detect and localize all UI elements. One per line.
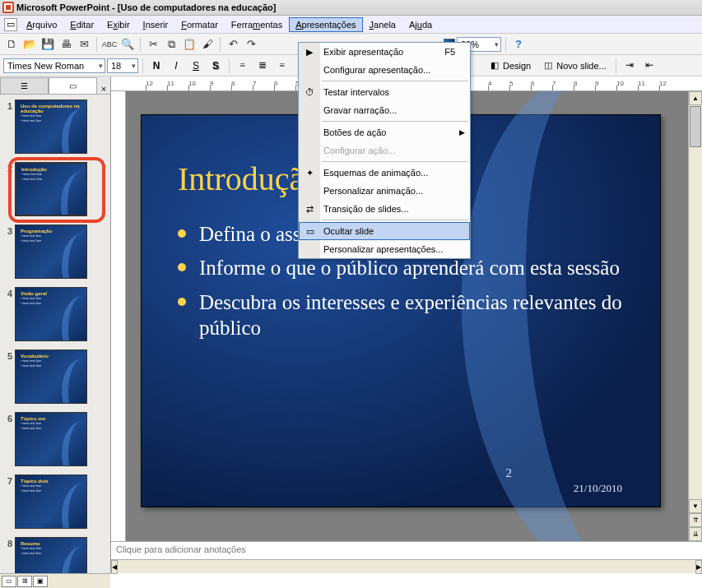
align-right-button[interactable]: ≡ (273, 58, 291, 74)
vertical-scrollbar[interactable]: ▲ ▼ ⇈ ⇊ (688, 91, 702, 541)
slide-bullet[interactable]: Descubra os interesses e experiências re… (178, 289, 624, 341)
thumbnail-row[interactable]: 8Resumo• item text line• item text line (3, 537, 107, 573)
thumbnail-row[interactable]: 1Uso de computadores na educação• item t… (3, 100, 107, 154)
ruler-tick (616, 86, 617, 90)
slides-tab[interactable]: ▭ (49, 77, 97, 94)
redo-icon[interactable]: ↷ (243, 36, 259, 53)
outline-tab[interactable]: ☰ (0, 77, 49, 94)
thumbnail[interactable]: Tópico um• item text line• item text lin… (15, 412, 87, 466)
scroll-track[interactable] (118, 560, 695, 573)
hide-icon: ▭ (304, 225, 317, 238)
thumbnail[interactable]: Resumo• item text line• item text line (15, 537, 87, 573)
ruler-tick (146, 86, 146, 90)
format-painter-icon[interactable]: 🖌 (199, 36, 216, 53)
menu-exibir[interactable]: Exibir (100, 17, 137, 32)
ruler-tick (595, 86, 596, 90)
menu-separator (322, 161, 468, 162)
thumb-number: 6 (3, 412, 15, 424)
underline-button[interactable]: S (187, 58, 205, 74)
slide-number: 2 (506, 466, 513, 480)
scroll-right-button[interactable]: ▶ (695, 560, 702, 574)
open-icon[interactable]: 📂 (21, 36, 38, 53)
menu-item[interactable]: Gravar narração... (299, 101, 470, 119)
menu-item[interactable]: Personalizar animação... (299, 182, 470, 200)
slideshow-view-button[interactable]: ▣ (33, 576, 48, 587)
menu-item[interactable]: Botões de ação▶ (299, 123, 470, 141)
menu-ajuda[interactable]: Ajuda (402, 17, 439, 32)
horizontal-scrollbar[interactable]: ◀ ▶ (111, 559, 702, 573)
menu-item[interactable]: ▶Exibir apresentaçãoF5 (299, 43, 470, 61)
menu-item-label: Ocultar slide (323, 226, 374, 236)
menu-formatar[interactable]: Formatar (174, 17, 225, 32)
menu-arquivo[interactable]: Arquivo (20, 17, 63, 32)
scroll-thumb[interactable] (690, 106, 701, 147)
thumbnail[interactable]: Visão geral• item text line• item text l… (15, 287, 87, 341)
thumbnail-row[interactable]: 5Vocabulário• item text line• item text … (3, 350, 107, 404)
copy-icon[interactable]: ⧉ (163, 36, 179, 53)
align-center-button[interactable]: ≣ (253, 58, 272, 74)
help-icon[interactable]: ? (510, 36, 527, 53)
thumbnail[interactable]: Uso de computadores na educação• item te… (15, 100, 87, 154)
thumbnail[interactable]: Programação• item text line• item text l… (15, 225, 87, 279)
scroll-left-button[interactable]: ◀ (111, 560, 118, 574)
thumbnail-row[interactable]: 2Introdução• item text line• item text l… (3, 162, 107, 216)
italic-button[interactable]: I (167, 58, 185, 74)
cut-icon[interactable]: ✂ (145, 36, 161, 53)
spellcheck-icon[interactable]: ABC (101, 36, 118, 53)
thumbnail[interactable]: Tópico dois• item text line• item text l… (15, 475, 87, 529)
next-slide-button[interactable]: ⇊ (689, 527, 702, 541)
new-slide-button[interactable]: ◫ Novo slide... (537, 60, 611, 72)
notes-pane[interactable]: Clique para adicionar anotações (111, 541, 702, 559)
close-panel-button[interactable]: × (97, 84, 110, 94)
scroll-down-button[interactable]: ▼ (689, 499, 702, 513)
scroll-up-button[interactable]: ▲ (689, 91, 702, 105)
thumbnail-row[interactable]: 4Visão geral• item text line• item text … (3, 287, 107, 341)
new-icon[interactable]: 🗋 (3, 36, 20, 53)
ruler-tick (167, 86, 168, 90)
thumbnail[interactable]: Vocabulário• item text line• item text l… (15, 350, 87, 404)
email-icon[interactable]: ✉ (76, 36, 92, 53)
bold-button[interactable]: N (147, 58, 165, 74)
menu-apresentações[interactable]: Apresentações (289, 17, 362, 32)
thumbnail[interactable]: Introdução• item text line• item text li… (15, 162, 87, 216)
menu-item[interactable]: ⏱Testar intervalos (299, 83, 470, 101)
research-icon[interactable]: 🔍 (119, 36, 136, 53)
menu-ferramentas[interactable]: Ferramentas (225, 17, 289, 32)
design-button[interactable]: ◧ Design (484, 60, 536, 72)
ruler-tick (274, 86, 275, 90)
menu-editar[interactable]: Editar (63, 17, 100, 32)
view-buttons: ▭ ⊞ ▣ (0, 573, 110, 588)
ruler-tick (295, 86, 296, 90)
thumbnail-row[interactable]: 3Programação• item text line• item text … (3, 225, 107, 279)
undo-icon[interactable]: ↶ (225, 36, 241, 53)
increase-indent-button[interactable]: ⇥ (621, 58, 639, 74)
menu-item[interactable]: Configurar apresentação... (299, 61, 470, 79)
thumbnail-row[interactable]: 6Tópico um• item text line• item text li… (3, 412, 107, 466)
save-icon[interactable]: 💾 (40, 36, 56, 53)
separator (220, 37, 221, 52)
menu-item[interactable]: ✦Esquemas de animação... (299, 164, 470, 182)
align-left-button[interactable]: ≡ (234, 58, 252, 74)
thumbnail-row[interactable]: 7Tópico dois• item text line• item text … (3, 475, 107, 529)
ruler-label: 11 (638, 80, 645, 87)
menu-inserir[interactable]: Inserir (137, 17, 175, 32)
separator (142, 58, 143, 73)
ruler-label: 11 (167, 80, 174, 87)
shadow-button[interactable]: S (207, 58, 225, 74)
menu-item[interactable]: ⇄Transição de slides... (299, 200, 470, 218)
normal-view-button[interactable]: ▭ (2, 576, 16, 587)
menu-item[interactable]: ▭Ocultar slide (299, 222, 470, 240)
fontsize-combo[interactable]: 18 (107, 58, 138, 73)
menu-item[interactable]: Personalizar apresentações... (299, 240, 470, 258)
scroll-track[interactable] (689, 148, 702, 499)
decrease-indent-button[interactable]: ⇤ (640, 58, 658, 74)
prev-slide-button[interactable]: ⇈ (689, 513, 702, 527)
sorter-view-button[interactable]: ⊞ (17, 576, 32, 587)
menu-item-label: Botões de ação (323, 127, 386, 137)
document-control-icon[interactable]: ▭ (4, 18, 17, 31)
menu-janela[interactable]: Janela (363, 17, 402, 32)
print-icon[interactable]: 🖶 (58, 36, 74, 53)
slide-panel: ☰ ▭ × 1Uso de computadores na educação• … (0, 76, 111, 573)
paste-icon[interactable]: 📋 (181, 36, 198, 53)
font-combo[interactable]: Times New Roman (3, 58, 105, 73)
